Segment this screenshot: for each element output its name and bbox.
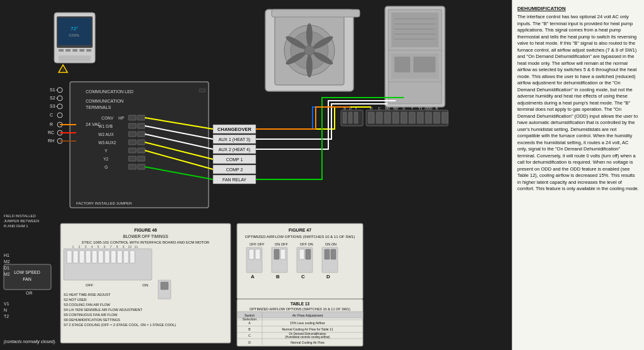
svg-rect-55 [137, 156, 145, 161]
svg-text:COMP 2: COMP 2 [226, 167, 243, 172]
svg-rect-116 [343, 112, 347, 123]
svg-text:R: R [50, 122, 53, 127]
svg-text:B: B [435, 106, 438, 110]
svg-rect-3 [58, 18, 91, 45]
svg-text:(Humidistat controls cooling a: (Humidistat controls cooling airflow) [285, 336, 330, 339]
svg-text:D: D [248, 341, 251, 344]
svg-text:FIGURE 47: FIGURE 47 [289, 228, 311, 232]
svg-text:Air Flow Adjustment: Air Flow Adjustment [292, 313, 323, 317]
svg-rect-10 [86, 49, 91, 52]
svg-text:H1: H1 [4, 253, 9, 257]
svg-text:OPTIMIZED AIRFLOW OPTIONS (SWI: OPTIMIZED AIRFLOW OPTIONS (SWITCHES 10 &… [245, 235, 355, 239]
svg-rect-51 [137, 140, 145, 145]
svg-text:RC: RC [48, 130, 54, 135]
svg-text:AUX 1 (HEAT 3): AUX 1 (HEAT 3) [219, 137, 251, 142]
svg-rect-93 [394, 57, 410, 72]
svg-text:1: 1 [72, 245, 74, 249]
svg-text:2: 2 [79, 245, 81, 249]
svg-rect-97 [376, 112, 382, 123]
svg-text:ON: ON [142, 283, 148, 287]
svg-rect-49 [137, 132, 145, 137]
svg-rect-102 [417, 112, 423, 123]
svg-text:15% Less cooling Airflow: 15% Less cooling Airflow [290, 321, 325, 325]
svg-rect-86 [391, 13, 439, 47]
svg-text:C: C [50, 113, 53, 117]
svg-text:HP: HP [118, 116, 124, 120]
svg-rect-118 [354, 112, 358, 123]
diagram-area: 72° COOL ! S1 S2 S3 [0, 0, 512, 350]
svg-text:LOW SPEED: LOW SPEED [14, 270, 40, 274]
svg-rect-117 [348, 112, 352, 123]
svg-rect-104 [434, 112, 440, 123]
svg-text:S5  CONTINUOUS FAN AIR FLOW: S5 CONTINUOUS FAN AIR FLOW [64, 313, 118, 317]
svg-text:72°: 72° [71, 26, 78, 31]
svg-rect-150 [111, 251, 116, 263]
svg-text:ON ON: ON ON [325, 242, 336, 246]
svg-text:C: C [301, 274, 305, 279]
svg-text:FIGURE 46: FIGURE 46 [134, 228, 157, 232]
svg-rect-103 [425, 112, 432, 123]
svg-text:D1: D1 [4, 266, 9, 270]
svg-text:W1 O/B: W1 O/B [98, 124, 113, 128]
dehumidification-panel: DEHUMIDIFICATION The interface control h… [512, 0, 644, 350]
svg-text:M2: M2 [4, 272, 10, 276]
svg-text:FAN: FAN [23, 277, 32, 281]
svg-text:FIELD INSTALLED: FIELD INSTALLED [4, 214, 37, 218]
svg-text:S1: S1 [50, 88, 55, 92]
svg-text:Y: Y [105, 149, 108, 153]
svg-text:R AND DHM 1: R AND DHM 1 [4, 224, 28, 228]
svg-text:A: A [251, 274, 255, 279]
svg-text:RH: RH [48, 138, 54, 143]
svg-text:T2: T2 [4, 314, 9, 319]
svg-rect-96 [368, 112, 374, 123]
svg-text:V1: V1 [4, 302, 9, 306]
svg-rect-193 [325, 249, 330, 259]
svg-text:S3  COOLING FAN AIR FLOW: S3 COOLING FAN AIR FLOW [64, 303, 110, 307]
svg-text:4: 4 [91, 245, 93, 249]
svg-text:COOL: COOL [69, 33, 80, 37]
svg-text:S2  NOT USED: S2 NOT USED [64, 298, 87, 302]
svg-text:M2: M2 [4, 259, 10, 264]
svg-text:OFF OFF: OFF OFF [250, 242, 265, 246]
svg-rect-9 [79, 49, 84, 52]
dehumidification-body: The interface control has two optional 2… [517, 14, 639, 193]
svg-rect-188 [280, 249, 285, 259]
svg-text:OPTIMIZED AIRFLOW OPTIONS (SWI: OPTIMIZED AIRFLOW OPTIONS (SWITCHES 10 &… [250, 307, 350, 311]
svg-rect-191 [306, 249, 311, 259]
dehumidification-title: DEHUMIDIFICATION [517, 5, 639, 12]
svg-text:W3 AUX2: W3 AUX2 [98, 140, 117, 145]
svg-text:9: 9 [123, 245, 125, 249]
svg-text:11: 11 [134, 245, 138, 249]
svg-rect-105 [442, 112, 448, 123]
svg-rect-187 [274, 249, 279, 259]
svg-text:FACTORY INSTALLED JUMPER: FACTORY INSTALLED JUMPER [76, 201, 132, 205]
svg-rect-50 [129, 140, 136, 145]
svg-rect-6 [59, 49, 64, 52]
svg-rect-184 [249, 249, 254, 259]
svg-text:Normal Cooling Air Flow: Normal Cooling Air Flow [290, 341, 325, 344]
svg-rect-32 [199, 89, 205, 92]
svg-rect-151 [117, 251, 122, 263]
svg-text:8: 8 [117, 245, 118, 249]
svg-text:W2: W2 [385, 106, 390, 110]
svg-rect-94 [413, 57, 435, 72]
svg-text:Normal Cooling Air Flow for Ta: Normal Cooling Air Flow for Table 11 [282, 327, 333, 331]
svg-text:B: B [276, 274, 280, 279]
svg-rect-190 [299, 249, 304, 259]
svg-text:Y: Y [411, 106, 413, 110]
svg-text:6: 6 [104, 245, 106, 249]
svg-rect-57 [137, 164, 145, 169]
svg-text:CHANGEOVER: CHANGEOVER [217, 127, 251, 132]
comm-led-label: COMMUNICATION LED [86, 89, 134, 94]
svg-text:S1  HEAT TIME-RISE ADJUST: S1 HEAT TIME-RISE ADJUST [64, 293, 111, 296]
svg-text:BLOWER OFF TIMINGS: BLOWER OFF TIMINGS [123, 234, 168, 239]
svg-text:S4  L/A YENI SENSIBLE AIR FLOW: S4 L/A YENI SENSIBLE AIR FLOW ADJUSTMENT [64, 308, 143, 312]
svg-rect-146 [86, 251, 91, 263]
svg-rect-148 [98, 251, 103, 263]
svg-point-74 [304, 45, 314, 55]
svg-rect-100 [401, 112, 407, 123]
svg-rect-149 [105, 251, 110, 263]
svg-rect-99 [393, 112, 399, 123]
svg-rect-81 [272, 9, 360, 17]
svg-text:Y1: Y1 [418, 106, 423, 110]
